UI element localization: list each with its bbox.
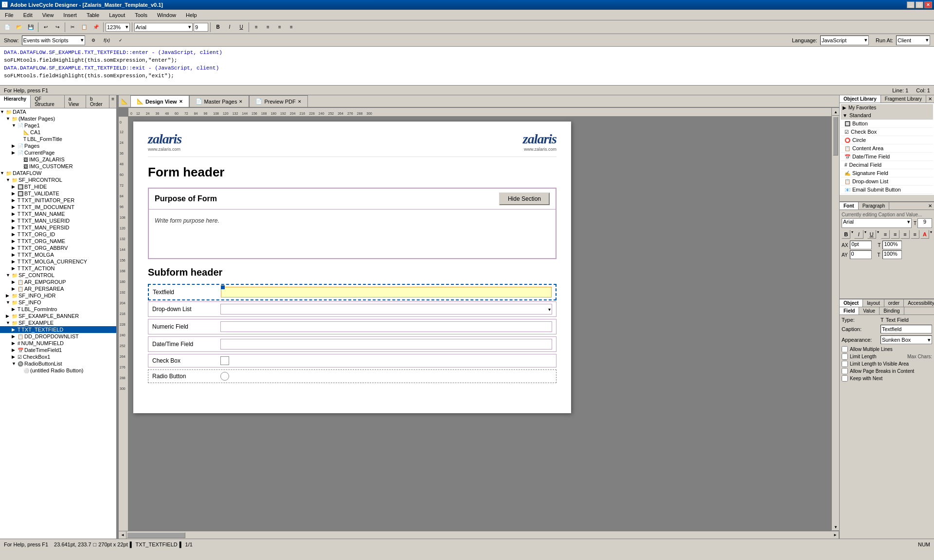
bold-button[interactable]: B (213, 22, 223, 33)
show-dropdown[interactable]: Events with Scripts ▾ (22, 35, 85, 45)
dropdown-input[interactable]: ▾ (220, 304, 552, 315)
menu-layout[interactable]: Layout (106, 11, 128, 19)
style-underline-button[interactable]: U (867, 230, 876, 239)
menu-table[interactable]: Table (84, 11, 102, 19)
tree-item[interactable]: ▶📋AR_PERSAREA (0, 285, 116, 292)
copy-button[interactable]: 📋 (79, 22, 90, 33)
tree-item[interactable]: ▼🔘RadioButtonList (0, 360, 116, 367)
tab-font[interactable]: Font (840, 202, 859, 210)
lib-item-checkbox[interactable]: ☑ Check Box (841, 128, 933, 136)
tree-item[interactable]: ▶TTXT_ORG_ID (0, 231, 116, 238)
undo-button[interactable]: ↩ (40, 22, 51, 33)
scroll-thumb[interactable] (833, 117, 838, 156)
menu-view[interactable]: View (39, 11, 57, 19)
field-row-dropdown[interactable]: Drop-down List ▾ (148, 301, 557, 317)
tree-item[interactable]: 🖼IMG_CUSTOMER (0, 163, 116, 170)
underline-button[interactable]: U (236, 22, 247, 33)
tree-item[interactable]: ▶TTXT_MAN_PERSID (0, 224, 116, 231)
datetime-input[interactable] (220, 339, 552, 350)
align-center-style-button[interactable]: ≡ (891, 230, 899, 239)
tree-item[interactable]: ▶TTXT_ORG_ABBRV (0, 245, 116, 251)
zoom-selector[interactable]: 123% ▾ (106, 23, 130, 32)
allow-page-breaks-checkbox[interactable] (842, 368, 848, 374)
pct2-input[interactable]: 100% (882, 250, 902, 259)
font-name-dropdown[interactable]: Arial ▾ (842, 218, 912, 228)
subtab-binding[interactable]: Binding (880, 307, 904, 315)
tab-layout[interactable]: layout (863, 299, 884, 307)
script-check-button[interactable]: ✓ (115, 35, 126, 46)
align-left-style-button[interactable]: ≡ (881, 230, 890, 239)
tab-hierarchy[interactable]: Hierarchy (0, 95, 31, 108)
font-selector[interactable]: Arial ▾ (134, 23, 193, 32)
vertical-scrollbar[interactable]: ▲ ▼ (831, 108, 839, 531)
textfield-input[interactable] (221, 287, 552, 298)
tree-item[interactable]: ▼📁SF_EXAMPLE (0, 319, 116, 326)
tree-item[interactable]: ▶TTXT_IM_DOCUMENT (0, 204, 116, 210)
canvas-scroll-area[interactable]: 0 12 24 36 48 60 72 84 96 108 120 132 14… (128, 108, 831, 531)
redo-button[interactable]: ↪ (52, 22, 63, 33)
panel-options-button[interactable]: ≡ (109, 95, 116, 108)
scroll-up-button[interactable]: ▲ (832, 108, 839, 116)
tab-object[interactable]: Object (840, 299, 863, 307)
font-size-selector[interactable]: 9 (194, 23, 208, 32)
paste-button[interactable]: 📌 (90, 22, 101, 33)
lib-item-signature-field[interactable]: ✍ Signature Field (841, 169, 933, 177)
tab-fragment-library[interactable]: Fragment Library (881, 95, 926, 103)
tree-item[interactable]: ▶TTXT_TEXTFIELD (0, 326, 116, 333)
ax-input[interactable]: 0pt (850, 241, 872, 249)
tree-item[interactable]: ▶#NUM_NUMFIELD (0, 340, 116, 347)
tree-item[interactable]: ▶📁SF_EXAMPLE_BANNER (0, 313, 116, 319)
tree-item[interactable]: ▶TTXT_ORG_NAME (0, 238, 116, 245)
menu-insert[interactable]: Insert (60, 11, 80, 19)
keep-with-next-checkbox[interactable] (842, 375, 848, 382)
tree-item[interactable]: ▼📁SF_INFO (0, 299, 116, 306)
close-preview-pdf[interactable]: ✕ (298, 99, 302, 104)
style-italic-button[interactable]: I (854, 230, 863, 239)
lib-item-circle[interactable]: ⭕ Circle (841, 136, 933, 144)
font-color-button[interactable]: A (920, 230, 929, 239)
favorites-header[interactable]: ▶ My Favorites (841, 104, 933, 111)
save-button[interactable]: 💾 (25, 22, 36, 33)
field-row-checkbox[interactable]: Check Box (148, 354, 557, 368)
script-function-button[interactable]: f(x) (102, 35, 112, 46)
tree-item[interactable]: ▶TTXT_MOLGA (0, 251, 116, 258)
library-options-button[interactable]: ✕ (926, 95, 934, 103)
font-size-input[interactable]: 9 (917, 218, 932, 228)
align-center-button[interactable]: ≡ (263, 22, 273, 33)
library-close-icon[interactable]: ✕ (928, 96, 932, 102)
pct1-input[interactable]: 100% (882, 241, 902, 249)
appearance-dropdown[interactable]: Sunken Box ▾ (880, 335, 932, 344)
menu-edit[interactable]: Edit (20, 11, 36, 19)
new-button[interactable]: 📄 (2, 22, 13, 33)
tree-item[interactable]: ▼📁DATA (0, 108, 116, 115)
tab-accessibility[interactable]: Accessibility (904, 299, 934, 307)
minimize-button[interactable]: _ (907, 1, 915, 8)
lib-item-datetime-field[interactable]: 📅 Date/Time Field (841, 153, 933, 161)
lib-item-decimal-field[interactable]: # Decimal Field (841, 161, 933, 169)
tree-item[interactable]: ▼📁SF_CONTROL (0, 272, 116, 279)
font-close-icon[interactable]: ✕ (928, 203, 932, 209)
tree-item[interactable]: ▶📄Pages (0, 142, 116, 149)
checkbox-input[interactable] (220, 356, 229, 365)
scroll-right-button[interactable]: ► (831, 531, 839, 539)
align-left-button[interactable]: ≡ (251, 22, 262, 33)
tree-item[interactable]: ▼📁(Master Pages) (0, 115, 116, 122)
font-panel-options[interactable]: ✕ (926, 202, 934, 210)
numeric-input[interactable] (220, 321, 552, 332)
tab-order[interactable]: b Order (86, 95, 109, 108)
field-row-numeric[interactable]: Numeric Field (148, 319, 557, 334)
ay-input[interactable]: 0 (850, 250, 872, 259)
limit-length-checkbox[interactable] (842, 353, 848, 360)
scroll-left-button[interactable]: ◄ (119, 531, 126, 539)
script-options-button[interactable]: ⚙ (88, 35, 99, 46)
h-scroll-thumb[interactable] (127, 532, 185, 538)
align-right-style-button[interactable]: ≡ (900, 230, 909, 239)
language-dropdown[interactable]: JavaScript ▾ (820, 35, 869, 45)
tree-item[interactable]: ▶📋DD_DROPDOWNLIST (0, 333, 116, 340)
design-canvas-area[interactable]: zalaris www.zalaris.com zalaris www.zala… (128, 117, 831, 418)
limit-visible-checkbox[interactable] (842, 361, 848, 367)
tree-item[interactable]: ▶TTXT_INITIATOR_PER (0, 197, 116, 204)
subtab-value[interactable]: Value (859, 307, 880, 315)
tree-item[interactable]: ▶TTXT_MAN_USERID (0, 217, 116, 224)
field-row-textfield[interactable]: Textfield (148, 284, 557, 300)
